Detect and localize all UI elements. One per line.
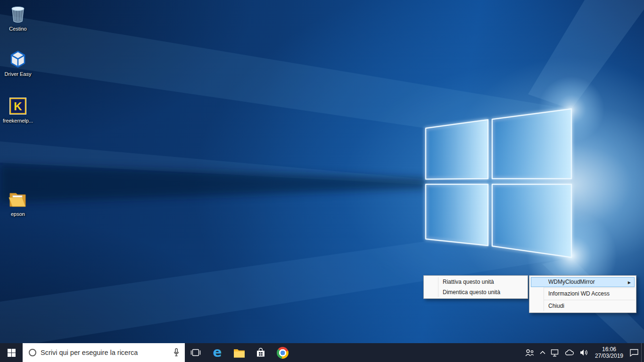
desktop-icon-driver-easy[interactable]: Driver Easy: [0, 49, 36, 77]
people-button[interactable]: [522, 343, 537, 362]
file-explorer-taskbar-button[interactable]: [228, 343, 250, 362]
search-box[interactable]: [23, 343, 185, 362]
menu-item-label: Chiudi: [548, 303, 564, 309]
menu-item-wdmycloudmirror[interactable]: WDMyCloudMirror ▶: [531, 277, 635, 287]
store-taskbar-button[interactable]: [250, 343, 272, 362]
show-desktop-button[interactable]: [641, 343, 644, 362]
menu-separator: [544, 288, 635, 288]
cloud-icon: [564, 349, 575, 356]
clock-time: 16:06: [595, 346, 623, 353]
desktop-icon-label: Cestino: [9, 26, 26, 32]
network-icon: [551, 349, 560, 357]
clock-date: 27/03/2019: [595, 353, 623, 359]
chrome-icon: [277, 347, 289, 359]
store-icon: [256, 347, 266, 358]
tray-overflow-button[interactable]: [537, 343, 548, 362]
desktop: Cestino Driver Easy K freekernelp...: [0, 0, 644, 362]
network-button[interactable]: [548, 343, 562, 362]
menu-item-label: WDMyCloudMirror: [548, 279, 595, 285]
microphone-icon: [173, 348, 180, 357]
desktop-icon-label: freekernelp...: [3, 118, 33, 123]
desktop-icon-label: Driver Easy: [5, 71, 32, 77]
menu-item-chiudi[interactable]: Chiudi: [529, 301, 636, 312]
taskbar: e: [0, 343, 644, 362]
action-center-icon: [629, 348, 639, 357]
menu-item-label: Informazioni WD Access: [548, 290, 610, 297]
desktop-icon-epson[interactable]: epson: [0, 189, 36, 217]
onedrive-button[interactable]: [562, 343, 577, 362]
recycle-bin-icon: [8, 4, 28, 25]
menu-item-label: Dimentica questo unità: [443, 289, 500, 296]
microphone-button[interactable]: [168, 343, 185, 362]
svg-text:K: K: [14, 100, 22, 113]
file-explorer-icon: [233, 348, 245, 358]
kernel-k-icon: K: [8, 96, 28, 116]
wd-access-context-menu: WDMyCloudMirror ▶ Informazioni WD Access…: [529, 275, 636, 313]
volume-button[interactable]: [577, 343, 591, 362]
submenu-arrow-icon: ▶: [628, 278, 631, 287]
desktop-icon-cestino[interactable]: Cestino: [0, 4, 36, 32]
folder-icon: [8, 189, 28, 210]
driver-easy-icon: [8, 49, 28, 70]
action-center-button[interactable]: [627, 343, 641, 362]
clock[interactable]: 16:06 27/03/2019: [591, 346, 627, 359]
system-tray: 16:06 27/03/2019: [522, 343, 644, 362]
desktop-icon-freekernel[interactable]: K freekernelp...: [0, 96, 36, 123]
edge-icon: e: [213, 346, 222, 359]
chevron-up-icon: [539, 350, 546, 355]
edge-taskbar-button[interactable]: e: [206, 343, 228, 362]
menu-separator: [544, 300, 635, 300]
desktop-icon-label: epson: [11, 211, 25, 217]
start-button[interactable]: [0, 343, 23, 362]
menu-item-riattiva-questo-unita[interactable]: Riattiva questo unità: [424, 277, 528, 287]
speaker-icon: [579, 349, 589, 356]
wd-drive-submenu: Riattiva questo unità Dimentica questo u…: [423, 275, 528, 299]
task-view-button[interactable]: [185, 343, 206, 362]
task-view-icon: [190, 348, 201, 357]
taskbar-empty-space: [293, 343, 522, 362]
menu-item-dimentica-questo-unita[interactable]: Dimentica questo unità: [424, 287, 528, 297]
people-icon: [524, 348, 535, 357]
chrome-taskbar-button[interactable]: [272, 343, 293, 362]
menu-item-label: Riattiva questo unità: [443, 279, 494, 285]
search-input[interactable]: [41, 349, 168, 356]
search-icon: [29, 349, 36, 356]
windows-logo-icon: [8, 349, 16, 357]
menu-item-informazioni-wd-access[interactable]: Informazioni WD Access: [529, 288, 636, 299]
